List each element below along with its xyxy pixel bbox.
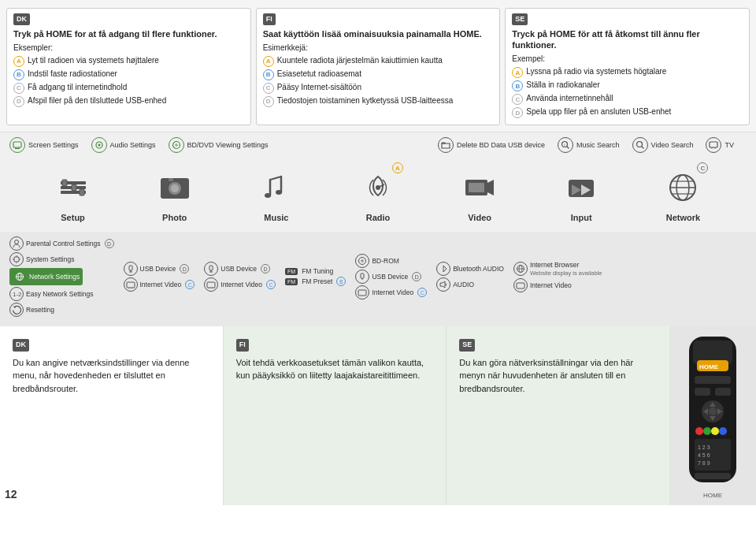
audio[interactable]: AUDIO [436, 277, 474, 292]
input-circle [559, 166, 603, 210]
fi-item-b: B Esiasetetut radioasemat [263, 69, 494, 80]
screen-settings-label: Screen Settings [28, 141, 79, 149]
fm-tuning[interactable]: FM FM Tuning [285, 267, 333, 275]
photo-label: Photo [162, 213, 187, 222]
music-search-nav[interactable]: ♪ Music Search [558, 137, 620, 153]
svg-point-26 [265, 193, 271, 198]
svg-rect-78 [695, 388, 710, 396]
fm-preset[interactable]: FM FM Preset B [285, 277, 346, 286]
letter-c: C [13, 83, 24, 94]
dk-info-text: Du kan angive netværksindstillinger via … [13, 356, 210, 396]
top-banner: DK Tryk på HOME for at få adgang til fle… [0, 0, 756, 132]
page-number: 12 [5, 488, 17, 500]
svg-text:HOME: HOME [699, 363, 719, 370]
fi-info-text: Voit tehdä verkkoasetukset tämän valikon… [236, 356, 434, 382]
photo-circle [153, 166, 197, 210]
dk-lang-badge: DK [13, 13, 30, 25]
setup-circle [51, 166, 95, 210]
music-search-icon: ♪ [558, 137, 573, 153]
network-settings[interactable]: Network Settings [9, 268, 83, 285]
main-icons-row: Setup Photo [9, 156, 747, 229]
svg-point-86 [695, 427, 703, 435]
se-lang-badge: SE [512, 13, 528, 25]
easy-network-icon: 1-2-3 [9, 287, 24, 301]
input-label: Input [571, 213, 592, 222]
bd-rom[interactable]: BD-ROM [355, 254, 398, 268]
svg-point-27 [276, 190, 282, 195]
badge-d1: D [105, 239, 114, 248]
music-icon-item[interactable]: Music [254, 166, 298, 222]
settings-group: Parental Control Settings D System Setti… [9, 236, 114, 318]
screen-settings-icon [9, 137, 25, 153]
svg-rect-20 [72, 184, 76, 191]
bluetooth-audio[interactable]: Bluetooth AUDIO [436, 262, 504, 276]
setup-icon-item[interactable]: Setup [51, 166, 95, 222]
fm-badge-2: FM [285, 278, 298, 285]
dk-example-label: Eksempler: [13, 43, 244, 54]
system-settings[interactable]: System Settings [9, 252, 74, 266]
tv-nav[interactable]: TV [706, 137, 734, 153]
letter-d: D [13, 96, 24, 107]
dk-info-panel: DK Du kan angive netværksindstillinger v… [0, 326, 224, 505]
fm-badge-1: FM [285, 268, 298, 275]
svg-point-11 [636, 142, 642, 147]
network-circle: C [661, 166, 705, 210]
badge-c1: C [185, 280, 195, 289]
info-panels: DK Du kan angive netværksindstillinger v… [0, 326, 669, 505]
svg-point-87 [703, 427, 711, 435]
easy-network-settings[interactable]: 1-2-3 Easy Network Settings [9, 287, 94, 301]
dk-item-d: D Afspil filer på den tilsluttede USB-en… [13, 95, 244, 107]
fi-lang-badge: FI [263, 13, 276, 25]
home-label: HOME [703, 492, 722, 499]
svg-rect-51 [129, 266, 132, 270]
svg-rect-42 [14, 257, 19, 262]
badge-c2: C [266, 280, 276, 289]
internet-video-1[interactable]: Internet Video C [124, 277, 195, 292]
se-item-a: A Lyssna på radio via systemets högtalar… [512, 66, 743, 78]
usb-device-3[interactable]: USB Device D [355, 270, 421, 284]
badge-d3: D [261, 264, 270, 274]
svg-rect-60 [207, 282, 215, 288]
setup-label: Setup [61, 213, 85, 222]
bddvd-settings-nav[interactable]: BD/DVD Viewing Settings [169, 137, 269, 153]
svg-text:1  2  3: 1 2 3 [698, 445, 710, 450]
internet-video-3[interactable]: Internet Video C [355, 285, 427, 300]
internet-video-4[interactable]: Internet Video [513, 278, 572, 292]
usb-device-2[interactable]: USB Device D [204, 262, 270, 276]
browser-group: Internet BrowserWebsite display is avail… [513, 261, 602, 294]
svg-rect-65 [361, 274, 364, 278]
internet-video-2[interactable]: Internet Video C [204, 277, 276, 292]
video-search-label: Video Search [651, 141, 694, 149]
remote-svg: HOME 1 2 3 4 5 6 7 8 9 [677, 333, 748, 490]
parental-control[interactable]: Parental Control Settings D [9, 236, 114, 251]
se-banner: SE Tryck på HOME för att få åtkomst till… [505, 8, 750, 125]
music-label: Music [264, 213, 288, 222]
bottom-area: DK Du kan angive netværksindstillinger v… [0, 326, 756, 505]
input-icon-item[interactable]: Input [559, 166, 603, 222]
network-icon-item[interactable]: C Network [661, 166, 705, 222]
svg-text:♪: ♪ [564, 142, 566, 147]
svg-line-9 [567, 147, 569, 149]
video-icon-item[interactable]: Video [458, 166, 502, 222]
usb-icon-2 [204, 262, 218, 276]
usb-group-2: USB Device D Internet Video C [204, 262, 276, 293]
internet-video-icon-1 [124, 277, 138, 292]
svg-point-6 [172, 142, 180, 149]
radio-icon-item[interactable]: A Radio [356, 166, 400, 222]
system-icon [9, 252, 24, 266]
internet-browser[interactable]: Internet BrowserWebsite display is avail… [513, 261, 602, 277]
usb-device-1[interactable]: USB Device D [124, 262, 190, 276]
screen-settings-nav[interactable]: Screen Settings [9, 137, 79, 153]
delete-bd-nav[interactable]: Delete BD Data USB device [438, 137, 545, 153]
audio-settings-nav[interactable]: Audio Settings [91, 137, 156, 153]
se-title: Tryck på HOME för att få åtkomst till än… [512, 28, 743, 51]
audio-settings-icon [91, 137, 107, 153]
svg-rect-25 [169, 178, 173, 181]
svg-point-63 [359, 258, 366, 265]
photo-icon-item[interactable]: Photo [153, 166, 197, 222]
radio-label: Radio [366, 213, 391, 222]
top-nav-right: Delete BD Data USB device ♪ Music Search… [438, 137, 747, 156]
video-search-nav[interactable]: Video Search [632, 137, 694, 153]
resetting[interactable]: Resetting [9, 303, 54, 317]
usb-icon-1 [124, 262, 138, 276]
